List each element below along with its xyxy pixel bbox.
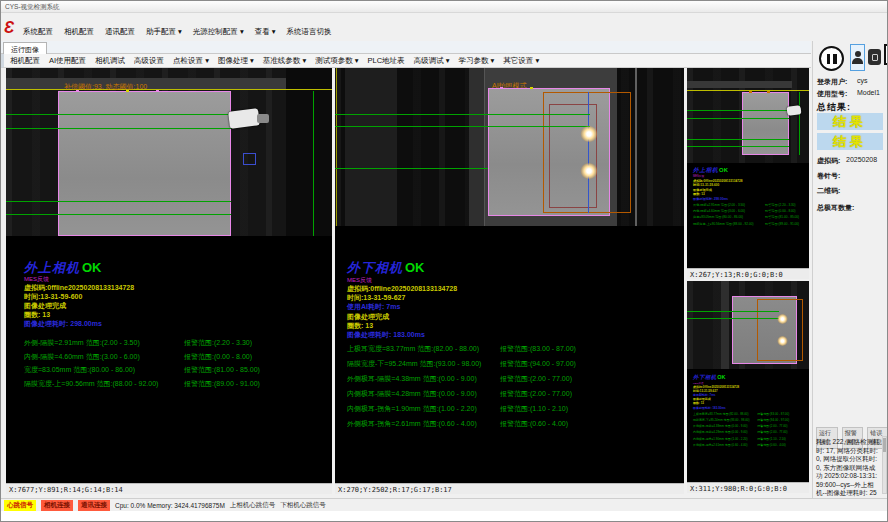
barcode-value: 20250208 bbox=[846, 156, 877, 163]
measure-line bbox=[335, 126, 590, 127]
window-title: CYS-视觉检测系统 bbox=[5, 3, 60, 10]
pixel-coord-readout-lower: X:270;Y:2502;R:17;G:17;B:17 bbox=[335, 483, 684, 494]
measurement-row: 外侧极耳-隔膜=4.38mm 范围:(0.00 - 9.00) 报警范围:(2.… bbox=[347, 374, 682, 389]
status-bar: 心跳信号 相机连接 通讯连接 Cpu: 0.0% Memory: 3424.41… bbox=[1, 498, 888, 511]
camera-thumb-lower[interactable]: 外下相机OK MES反馈 虚拟码:0ffline2025020813313472… bbox=[687, 281, 809, 493]
machine-slab bbox=[345, 68, 397, 226]
pause-button[interactable] bbox=[819, 46, 844, 71]
tool-camera-debug[interactable]: 相机调试 bbox=[95, 56, 125, 66]
measure-line bbox=[335, 114, 590, 115]
measure-line bbox=[335, 168, 488, 169]
tool-test-params[interactable]: 测试项参数 ▾ bbox=[315, 56, 358, 66]
measure-line bbox=[687, 318, 779, 319]
roi-orange-rect bbox=[757, 299, 803, 361]
camera-thumb-upper[interactable]: 外上相机OK MES反馈 虚拟码:0ffline2025020813313472… bbox=[687, 68, 809, 279]
measurement-row: 外侧-隔膜=2.91mm 范围:(2.00 - 3.50) 报警范围:(2.20… bbox=[24, 338, 324, 352]
lower-camera-heartbeat: 下相机心跳信号 bbox=[280, 501, 326, 510]
measurement-row: 上极耳宽度=83.77mm 范围:(82.00 - 88.00) 报警范围:(8… bbox=[347, 344, 682, 359]
menu-camera-config[interactable]: 相机配置 bbox=[64, 25, 94, 39]
measure-line bbox=[687, 139, 789, 140]
device-button[interactable] bbox=[868, 49, 881, 65]
camera-name: 外下相机 bbox=[347, 260, 403, 275]
window-bottom-margin bbox=[1, 511, 888, 522]
device-icon bbox=[872, 54, 878, 61]
menu-system-config[interactable]: 系统配置 bbox=[23, 25, 53, 39]
tab-strip bbox=[1, 41, 811, 54]
tool-baseline-params[interactable]: 基准线参数 ▾ bbox=[263, 56, 306, 66]
camera-view-upper-outer[interactable]: 补偿阈值:93, 动态阈值:100 外上相机OK MES反馈 虚拟码:0ffli… bbox=[6, 68, 332, 494]
result-ok: OK bbox=[405, 260, 425, 275]
measure-line bbox=[6, 128, 231, 129]
comm-link-badge: 通讯连接 bbox=[78, 500, 110, 511]
tab-count-label: 总极耳数量: bbox=[817, 203, 854, 213]
thumb-result-text-upper: 外上相机OK MES反馈 虚拟码:0ffline2025020813313472… bbox=[693, 166, 809, 227]
measurement-row: 隔膜宽度-下=95.24mm 范围:(93.00 - 98.00) 报警范围:(… bbox=[347, 359, 682, 374]
control-sidebar: 登录用户: cys 使用型号: Model1 总结果: 结果 结果 虚拟码: 2… bbox=[812, 41, 888, 498]
pixel-coord-readout-thumb-lower: X:311;Y:980;R:0;G:0;B:0 bbox=[687, 482, 809, 493]
tick-mark bbox=[530, 87, 533, 89]
gripper-tail bbox=[257, 114, 269, 123]
tab-run-image[interactable]: 运行图像 bbox=[3, 42, 47, 54]
tab-glow-spot bbox=[580, 163, 598, 179]
machine-band bbox=[687, 81, 792, 88]
menu-light-control[interactable]: 光源控制配置 ▾ bbox=[193, 25, 244, 39]
tool-learning-params[interactable]: 学习参数 ▾ bbox=[458, 56, 494, 66]
menu-view[interactable]: 查看 ▾ bbox=[255, 25, 276, 39]
measure-line bbox=[687, 311, 779, 312]
tab-glow-spot bbox=[777, 314, 788, 324]
measurement-row: 隔膜宽度-上=90.56mm 范围:(88.00 - 92.00) 报警范围:(… bbox=[24, 379, 324, 393]
exit-door-icon bbox=[884, 44, 888, 65]
measurement-row: 外侧极耳-拐角=2.61mm 范围:(0.60 - 4.00) 报警范围:(0.… bbox=[347, 419, 682, 434]
tool-camera-config[interactable]: 相机配置 bbox=[10, 56, 40, 66]
menu-comm-config[interactable]: 通讯配置 bbox=[105, 25, 135, 39]
elapsed-line: 图像处理耗时: 298.00ms bbox=[24, 319, 102, 329]
result-badge-lower: 结果 bbox=[817, 133, 883, 150]
measurement-list-upper: 外侧-隔膜=2.91mm 范围:(2.00 - 3.50) 报警范围:(2.20… bbox=[24, 338, 324, 392]
measure-line-vertical bbox=[799, 92, 800, 155]
result-title-lower: 外下相机OK bbox=[347, 258, 425, 277]
exit-button[interactable] bbox=[884, 44, 888, 65]
menu-language-switch[interactable]: 系统语言切换 bbox=[287, 25, 332, 39]
measurement-row: 内侧极耳-隔膜=4.28mm 范围:(0.00 - 9.00) 报警范围:(2.… bbox=[347, 389, 682, 404]
log-text: 耗时: 222, 网络检测耗时: 17, 网络分类耗时: 0, 网络提取分区耗时… bbox=[816, 438, 880, 506]
app-window: CYS-视觉检测系统 Ɛ 系统配置 相机配置 通讯配置 助手配置 ▾ 光源控制配… bbox=[0, 0, 888, 522]
machine-edge bbox=[635, 68, 637, 226]
thumb-image-lower[interactable] bbox=[687, 281, 809, 369]
machine-slab bbox=[721, 281, 729, 369]
measure-line bbox=[6, 214, 231, 215]
tool-spot-check[interactable]: 点检设置 ▾ bbox=[173, 56, 209, 66]
camera-image-lower[interactable]: AI拍照模式 bbox=[335, 68, 684, 226]
gripper-clamp bbox=[787, 105, 802, 116]
tool-advanced-debug[interactable]: 高级调试 ▾ bbox=[414, 56, 450, 66]
cpu-memory-readout: Cpu: 0.0% Memory: 3424.41796875M bbox=[115, 502, 225, 509]
camera-image-upper[interactable]: 补偿阈值:93, 动态阈值:100 bbox=[6, 68, 332, 236]
measurement-row: 宽度=83.05mm 范围:(80.00 - 86.00) 报警范围:(81.0… bbox=[24, 365, 324, 379]
tool-ai-config[interactable]: AI使用配置 bbox=[49, 56, 86, 66]
tool-other-settings[interactable]: 其它设置 ▾ bbox=[503, 56, 539, 66]
image-dark-edge bbox=[286, 68, 332, 236]
login-user-button[interactable] bbox=[850, 44, 865, 71]
app-logo-icon: Ɛ bbox=[4, 19, 20, 37]
measurement-row: 内侧-隔膜=4.60mm 范围:(3.00 - 6.00) 报警范围:(0.00… bbox=[24, 352, 324, 366]
tool-advanced-settings[interactable]: 高级设置 bbox=[134, 56, 164, 66]
roi-blue-line bbox=[588, 92, 589, 213]
result-ok: OK bbox=[82, 260, 102, 275]
result-badge-upper: 结果 bbox=[817, 113, 883, 130]
log-scrollbar[interactable] bbox=[882, 436, 887, 494]
model-value: Model1 bbox=[857, 89, 880, 96]
menu-assistant-config[interactable]: 助手配置 ▾ bbox=[146, 25, 182, 39]
tool-plc-address[interactable]: PLC地址表 bbox=[368, 56, 405, 66]
measure-line bbox=[6, 201, 231, 202]
login-user-label: 登录用户: bbox=[817, 77, 847, 87]
camera-view-lower-outer[interactable]: AI拍照模式 外下相机OK MES反馈 虚拟码:0ffline202502081… bbox=[335, 68, 684, 494]
tick-mark bbox=[156, 90, 159, 92]
machine-slab bbox=[469, 68, 485, 226]
thumb-image-upper[interactable] bbox=[687, 68, 809, 163]
log-scrollbar-thumb[interactable] bbox=[883, 438, 886, 452]
overlay-yellow-line bbox=[687, 90, 809, 91]
elapsed-line: 图像处理耗时: 183.00ms bbox=[347, 330, 425, 340]
tool-image-processing[interactable]: 图像处理 ▾ bbox=[218, 56, 254, 66]
measurement-row: 内侧极耳-拐角=1.90mm 范围:(1.00 - 2.20) 报警范围:(1.… bbox=[347, 404, 682, 419]
camera-name: 外上相机 bbox=[24, 260, 80, 275]
pause-icon bbox=[827, 54, 831, 64]
